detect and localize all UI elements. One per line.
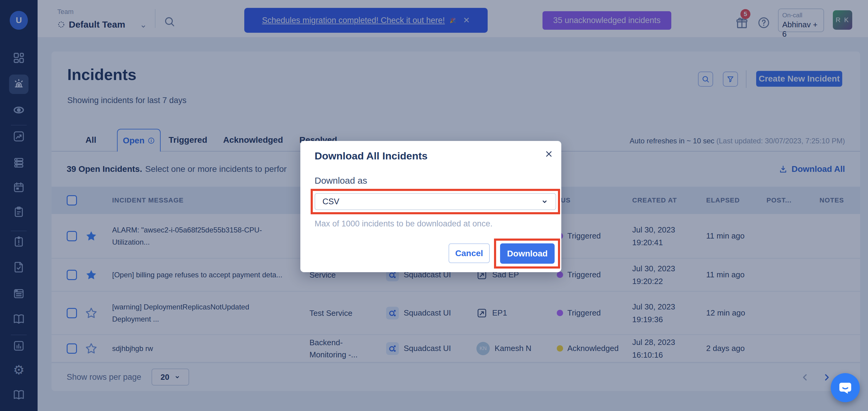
download-as-label: Download as — [315, 176, 367, 186]
cancel-button[interactable]: Cancel — [448, 243, 490, 263]
max-incidents-helper-text: Max of 1000 incidents to be downloaded a… — [315, 219, 493, 228]
chat-bubble-icon — [837, 380, 853, 396]
modal-title: Download All Incidents — [315, 150, 428, 162]
app-screen: U — [0, 0, 868, 411]
annotation-highlight-download — [494, 239, 560, 268]
chat-widget-button[interactable] — [831, 373, 860, 402]
download-all-incidents-modal: Download All Incidents Download as CSV M… — [300, 141, 561, 272]
close-icon[interactable] — [544, 150, 553, 159]
annotation-highlight-select — [311, 189, 560, 214]
